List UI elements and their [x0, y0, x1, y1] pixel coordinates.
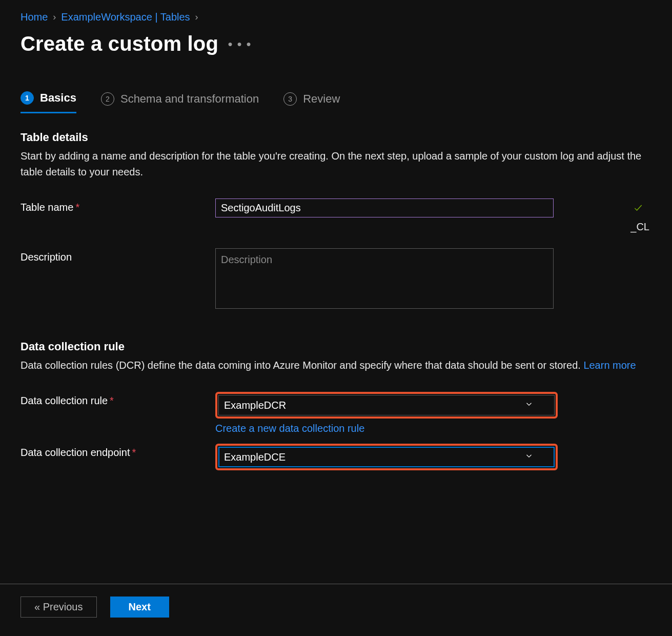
section-description: Data collection rules (DCR) define the d… — [21, 357, 651, 373]
section-table-details: Table details Start by adding a name and… — [21, 131, 651, 311]
wizard-tabs: 1 Basics 2 Schema and transformation 3 R… — [21, 91, 651, 113]
step-badge: 3 — [283, 92, 297, 106]
tab-label: Basics — [40, 91, 76, 105]
dcr-select-value: ExampleDCR — [224, 400, 286, 411]
tab-schema[interactable]: 2 Schema and transformation — [101, 92, 259, 113]
description-input[interactable] — [215, 248, 554, 309]
dce-select-value: ExampleDCE — [224, 451, 286, 463]
required-asterisk: * — [75, 202, 79, 213]
label-dcr: Data collection rule* — [21, 392, 215, 407]
step-badge: 1 — [21, 91, 34, 105]
section-data-collection-rule: Data collection rule Data collection rul… — [21, 340, 651, 470]
table-name-input[interactable] — [215, 198, 554, 217]
label-table-name: Table name* — [21, 198, 215, 213]
required-asterisk: * — [132, 447, 136, 458]
dcr-select[interactable]: ExampleDCR — [218, 395, 555, 415]
more-icon[interactable]: ● ● ● — [228, 39, 252, 49]
create-new-dcr-link[interactable]: Create a new data collection rule — [215, 423, 364, 434]
step-badge: 2 — [101, 92, 114, 106]
breadcrumb-workspace[interactable]: ExampleWorkspace | Tables — [61, 11, 190, 23]
chevron-down-icon — [524, 451, 534, 463]
page-title: Create a custom log — [21, 32, 218, 55]
previous-button[interactable]: « Previous — [21, 597, 97, 618]
label-description: Description — [21, 248, 215, 263]
required-asterisk: * — [110, 395, 114, 406]
section-heading: Data collection rule — [21, 340, 651, 353]
chevron-down-icon — [524, 400, 534, 411]
table-name-suffix: _CL — [630, 221, 649, 233]
tab-label: Review — [303, 92, 340, 106]
highlight-box: ExampleDCE — [215, 444, 558, 470]
tab-basics[interactable]: 1 Basics — [21, 91, 76, 113]
dce-select[interactable]: ExampleDCE — [218, 447, 555, 467]
breadcrumb: Home › ExampleWorkspace | Tables › — [21, 11, 651, 23]
chevron-right-icon: › — [195, 12, 198, 23]
chevron-right-icon: › — [53, 12, 56, 23]
section-heading: Table details — [21, 131, 651, 144]
tab-review[interactable]: 3 Review — [283, 92, 340, 113]
next-button[interactable]: Next — [110, 597, 169, 618]
learn-more-link[interactable]: Learn more — [583, 360, 636, 371]
breadcrumb-home[interactable]: Home — [21, 11, 48, 23]
label-dce: Data collection endpoint* — [21, 444, 215, 459]
tab-label: Schema and transformation — [120, 92, 259, 106]
wizard-footer: « Previous Next — [0, 584, 672, 636]
highlight-box: ExampleDCR — [215, 392, 558, 419]
section-description: Start by adding a name and description f… — [21, 148, 651, 180]
check-icon — [633, 203, 643, 215]
